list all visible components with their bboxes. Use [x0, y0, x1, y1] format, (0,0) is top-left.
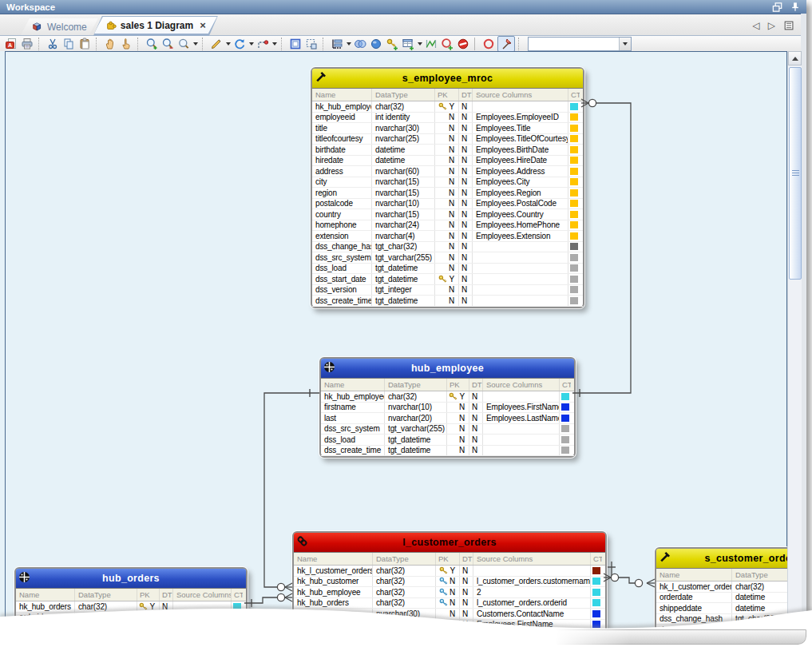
column-type-swatch — [570, 146, 578, 153]
tab-welcome[interactable]: Welcome — [21, 18, 98, 35]
entity-header[interactable]: hub_employee — [321, 359, 574, 379]
pencil-dropdown-icon[interactable] — [225, 37, 232, 51]
add-circle-button[interactable] — [440, 37, 455, 51]
column-row: dss_src_systemtgt_varchar(255)NN — [321, 424, 574, 435]
svg-text:A: A — [8, 42, 12, 48]
auto-layout-button[interactable] — [330, 37, 345, 51]
scrollbar-thumb[interactable] — [789, 67, 802, 280]
entity-table-l_customer_orders[interactable]: l_customer_ordersNameDataTypePKDTSource … — [292, 531, 607, 643]
column-row: hk_l_customer_orderschar(32)YN — [294, 566, 605, 577]
tab-sales-1-diagram[interactable]: sales 1 Diagram × — [94, 17, 217, 34]
toolbar-separator — [474, 38, 478, 50]
vertical-scrollbar[interactable] — [787, 51, 802, 645]
entity-table-s_employee_mroc[interactable]: s_employee_mrocNameDataTypePKDTSource Co… — [311, 67, 584, 308]
entity-header[interactable]: s_employee_mroc — [312, 69, 583, 89]
entity-table-hub_employee[interactable]: hub_employeeNameDataTypePKDTSource Colum… — [319, 357, 576, 458]
diagram-canvas[interactable]: s_employee_mrocNameDataTypePKDTSource Co… — [0, 51, 806, 647]
zoom-in-button[interactable] — [145, 37, 160, 51]
column-headers: NameDataTypePKDTSource ColumnsCT — [294, 553, 605, 566]
close-tab-icon[interactable]: × — [200, 22, 206, 30]
connector-style-dropdown-icon[interactable] — [271, 37, 278, 51]
column-type-swatch — [561, 447, 569, 454]
entity-table-hub_orders[interactable]: hub_ordersNameDataTypePKDTSource Columns… — [14, 567, 248, 625]
add-table-dropdown-icon[interactable] — [417, 37, 423, 51]
cut-button[interactable] — [46, 37, 61, 51]
sphere-button[interactable] — [369, 37, 384, 51]
combobox-dropdown-icon[interactable] — [619, 38, 631, 50]
column-row: addressnvarchar(60)NNEmployees.Address — [312, 166, 583, 177]
column-row: dss_change_hashtgt_char(32)NN — [312, 242, 583, 253]
column-headers: NameDataTypePKDTSource ColumnsCT — [321, 379, 574, 391]
select-region-button[interactable] — [304, 37, 319, 51]
tab-welcome-label: Welcome — [47, 22, 87, 33]
entity-table-s_customer_orders[interactable]: s_customer_ordersNameDataTypePKDTSource … — [655, 547, 806, 637]
print-button[interactable] — [20, 37, 35, 51]
scroll-tabs-left-icon[interactable]: ◁ — [753, 20, 760, 31]
column-row: hk_hub_customerchar(32)NNl_customer_orde… — [294, 577, 605, 588]
column-type-swatch — [561, 403, 569, 411]
float-window-icon[interactable] — [771, 2, 784, 13]
column-row: orderdatedatetimeNN — [656, 593, 806, 604]
scroll-tabs-right-icon[interactable]: ▷ — [768, 20, 775, 31]
window-right-border — [801, 14, 806, 639]
hub-icon — [323, 361, 335, 373]
zoom-dropdown-icon[interactable] — [192, 37, 199, 51]
entity-header[interactable]: s_customer_orders — [656, 549, 806, 569]
column-row: titlenvarchar(30)NNEmployees.Title — [312, 123, 583, 134]
column-type-swatch — [592, 599, 600, 606]
gold-key-icon — [438, 102, 447, 111]
column-headers: NameDataTypePKDTSource ColumnsCT — [656, 569, 806, 582]
gold-key-icon — [438, 275, 447, 284]
block-button[interactable] — [456, 37, 471, 51]
toolbar-separator — [518, 38, 522, 50]
column-row: titleofcourtesynvarchar(25)NNEmployees.T… — [312, 134, 583, 145]
column-type-swatch — [592, 610, 600, 617]
toolbar-combobox[interactable] — [528, 37, 632, 51]
title-bar: Workspace — [0, 0, 806, 14]
column-type-swatch — [561, 436, 569, 443]
undo-rotate-dropdown-icon[interactable] — [248, 37, 255, 51]
pencil-button[interactable] — [209, 37, 224, 51]
pan-hand-button[interactable] — [103, 37, 118, 51]
red-circle-button[interactable] — [481, 37, 497, 51]
transform-button[interactable] — [424, 37, 439, 51]
window-title: Workspace — [6, 2, 55, 12]
column-row: dss_loadtgt_datetimeNN — [321, 435, 574, 446]
column-row: hk_l_customer_orderschar(32)YN — [656, 582, 806, 593]
column-type-swatch — [570, 125, 578, 132]
paste-button[interactable] — [77, 37, 93, 51]
satellite-icon — [659, 551, 671, 563]
pin-window-icon[interactable] — [789, 2, 802, 13]
hub-icon — [18, 571, 30, 583]
column-row: dss_start_datetgt_datetimeYN — [312, 274, 583, 285]
auto-layout-dropdown-icon[interactable] — [346, 37, 352, 51]
connector-style-button[interactable] — [255, 37, 271, 51]
column-row: hiredatedatetimeNNEmployees.HireDate — [312, 156, 583, 167]
add-key-button[interactable] — [385, 37, 400, 51]
toolbar-separator — [202, 38, 206, 50]
copy-button[interactable] — [61, 37, 77, 51]
column-row: hk_hub_employeechar(32)YN — [321, 391, 574, 403]
column-row: dss_versiontgt_integerNN — [312, 285, 583, 296]
add-table-button[interactable] — [401, 37, 416, 51]
frame-button[interactable] — [288, 37, 303, 51]
entity-header[interactable]: hub_orders — [16, 569, 246, 589]
column-row: dss_create_timetgt_datetimeNN — [312, 296, 583, 307]
zoom-button[interactable] — [176, 37, 192, 51]
zoom-out-button[interactable] — [160, 37, 176, 51]
column-type-swatch — [570, 243, 578, 250]
pin-button[interactable] — [497, 36, 515, 52]
venn-button[interactable] — [353, 37, 368, 51]
undo-rotate-button[interactable] — [232, 37, 248, 51]
column-row: firstnamenvarchar(10)NNEmployees.FirstNa… — [294, 620, 605, 631]
scroll-up-icon[interactable] — [788, 51, 802, 65]
entity-title: s_employee_mroc — [402, 73, 493, 84]
entity-header[interactable]: l_customer_orders — [294, 533, 605, 553]
tab-list-icon[interactable] — [783, 19, 795, 31]
column-type-swatch — [570, 189, 578, 196]
tab-bar: Welcome sales 1 Diagram × ◁ ▷ — [0, 14, 806, 36]
point-hand-button[interactable] — [119, 37, 134, 51]
export-pdf-button[interactable]: A — [4, 37, 19, 51]
column-type-swatch — [233, 613, 241, 621]
column-type-swatch — [561, 425, 569, 432]
